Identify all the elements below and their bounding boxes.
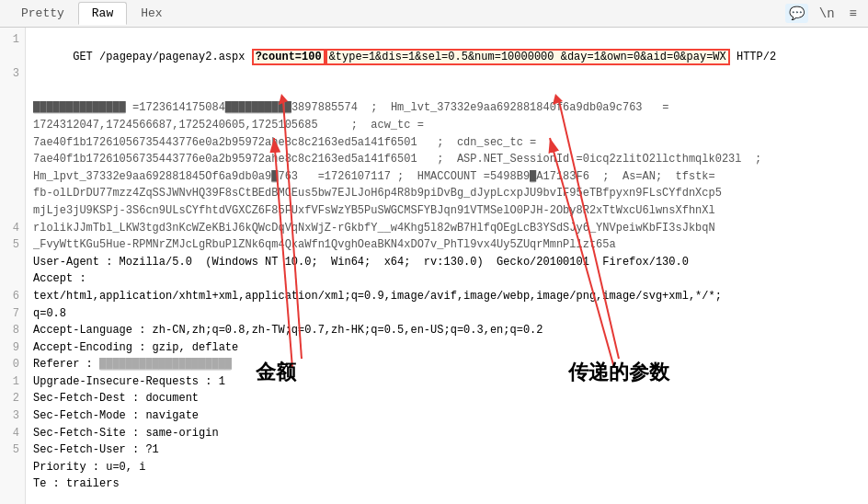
line-3d: 7ae40f1b17261056735443776e0a2b95972ahe8c… [33,151,861,168]
line-3f: fb-olLDrDU77mzz4ZqSSJWNvHQ39F8sCtBEdBMCE… [33,185,861,202]
line-11: Sec-Fetch-Mode : navigate [33,407,861,425]
tab-raw[interactable]: Raw [78,2,127,25]
count-highlight: ?count=100 [252,49,326,65]
menu-icon[interactable]: ≡ [846,5,861,23]
line-numbers: 1 3 4 5 6 7 8 9 0 1 2 3 4 5 [0,28,26,504]
line-8: Referer : ████████████████████ [33,356,861,373]
line-14: Priority : u=0, i [33,459,861,476]
url-prefix: GET /pagepay/pagenay2.aspx [73,51,251,63]
line-4: User-Agent : Mozilla/5.0 (Windows NT 10.… [33,254,861,271]
line-3e: Hm_lpvt_37332e9aa692881845Of6a9db0a9█763… [33,168,861,186]
line-3g: mjLje3jU9KSPj-3S6cn9ULsCYfhtdVGXCZ6F85FU… [33,202,861,220]
tab-pretty[interactable]: Pretty [7,2,78,25]
newline-icon[interactable]: \n [816,5,839,23]
line-3i: _FvyWttKGu5Hue-RPMNrZMJcLgRbuPlZNk6qm4Qk… [33,236,861,254]
tab-hex[interactable]: Hex [127,2,176,25]
jine-label: 金额 [256,359,296,386]
line-3b: 1724312047,1724566687,1725240605,1725105… [33,117,861,134]
line-2 [33,83,861,100]
line-6: Accept-Language : zh-CN,zh;q=0.8,zh-TW;q… [33,322,861,339]
line-3h: rlolikJJmTbl_LKW3tgd3nKcWZeKBiJ6kQWcDqVq… [33,220,861,237]
line-16 [33,493,861,504]
line-5c: q=0.8 [33,305,861,323]
params-label: 传递的参数 [568,359,669,386]
code-area[interactable]: GET /pagepay/pagenay2.aspx ?count=100&ty… [26,28,868,504]
line-13: Sec-Fetch-User : ?1 [33,441,861,459]
content-area: 1 3 4 5 6 7 8 9 0 1 2 3 4 5 GET /pagepay… [0,28,868,504]
line-3c: 7ae40f1b17261056735443776e0a2b95972ahe8c… [33,134,861,152]
line-5a: Accept : [33,270,861,288]
chat-icon[interactable]: 💬 [785,4,808,23]
line-3a: ██████████████ =1723614175084██████████3… [33,99,861,117]
line-5b: text/html,application/xhtml+xml,applicat… [33,288,861,305]
line-7: Accept-Encoding : gzip, deflate [33,339,861,357]
line-9: Upgrade-Insecure-Requests : 1 [33,373,861,391]
line-1: GET /pagepay/pagenay2.aspx ?count=100&ty… [33,31,861,83]
http-version: HTTP/2 [730,51,776,63]
tab-bar: Pretty Raw Hex 💬 \n ≡ [0,0,868,28]
params-highlight: &type=1&dis=1&sel=0.5&num=10000000 &day=… [326,49,730,65]
line-15: Te : trailers [33,475,861,493]
line-12: Sec-Fetch-Site : same-origin [33,425,861,442]
line-10: Sec-Fetch-Dest : document [33,390,861,407]
